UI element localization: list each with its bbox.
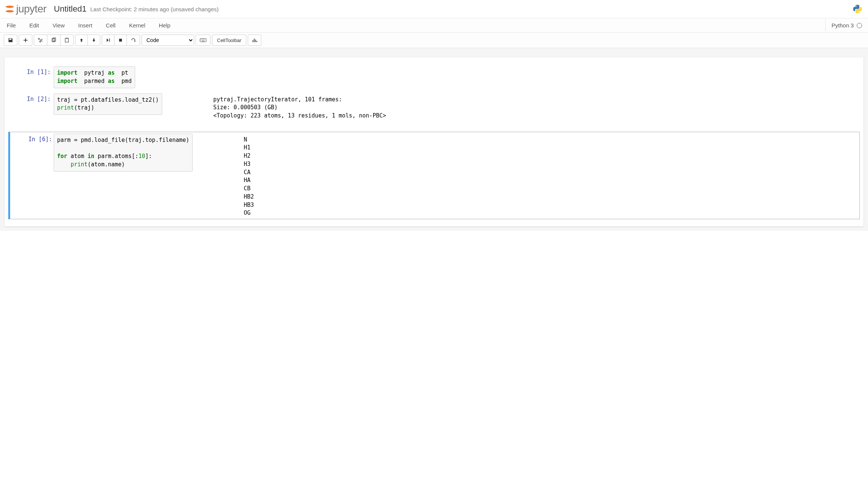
output-line: OG	[244, 209, 254, 217]
run-step-icon	[106, 38, 110, 42]
code-cell[interactable]: In [6]:parm = pmd.load_file(traj.top.fil…	[8, 132, 860, 220]
output-line: pytraj.TrajectoryIterator, 101 frames:	[213, 96, 386, 104]
menu-file[interactable]: File	[0, 18, 23, 32]
menu-help[interactable]: Help	[152, 18, 177, 32]
stop-icon	[118, 38, 123, 42]
output-line: Size: 0.000503 (GB)	[213, 104, 386, 112]
insert-cell-button[interactable]	[19, 35, 32, 46]
bar-chart-icon	[252, 38, 257, 43]
jupyter-logo-icon	[6, 5, 14, 13]
code-line: traj = pt.datafiles.load_tz2()	[57, 96, 159, 104]
menu-list: FileEditViewInsertCellKernelHelp	[0, 18, 177, 32]
toolbar: CodeMarkdownRaw NBConvertHeading CellToo…	[0, 33, 868, 48]
notebook-name[interactable]: Untitled1	[54, 4, 87, 14]
code-line: parm = pmd.load_file(traj.top.filename)	[57, 136, 189, 145]
input-area[interactable]: traj = pt.datafiles.load_tz2()print(traj…	[54, 93, 162, 115]
output-line: HB2	[244, 193, 254, 201]
output-prompt: .	[196, 134, 241, 218]
checkpoint-status: Last Checkpoint: 2 minutes ago (unsaved …	[90, 6, 219, 12]
output-line	[213, 120, 386, 128]
kernel-indicator: Python 3	[825, 19, 868, 32]
output-prompt: .	[165, 93, 210, 128]
menu-edit[interactable]: Edit	[23, 18, 46, 32]
output-line: HB3	[244, 201, 254, 209]
interrupt-button[interactable]	[114, 35, 127, 46]
cell-toolbar-button[interactable]: CellToolbar	[212, 35, 246, 46]
floppy-disk-icon	[8, 38, 13, 43]
jupyter-logo[interactable]: jupyter	[6, 3, 47, 15]
input-area[interactable]: import pytraj as ptimport parmed as pmd	[54, 66, 135, 88]
menu-view[interactable]: View	[46, 18, 71, 32]
save-button[interactable]	[4, 35, 17, 46]
command-palette-button[interactable]	[196, 35, 211, 46]
output-line: <Topology: 223 atoms, 13 residues, 1 mol…	[213, 112, 386, 120]
code-line: print(atom.name)	[57, 161, 189, 169]
run-cell-button[interactable]	[102, 35, 115, 46]
code-line: print(traj)	[57, 104, 159, 112]
scissors-icon	[38, 38, 43, 43]
code-line: for atom in parm.atoms[:10]:	[57, 152, 189, 161]
copy-button[interactable]	[47, 35, 60, 46]
refresh-icon	[131, 38, 136, 43]
code-line: import pytraj as pt	[57, 69, 132, 77]
code-line: import parmed as pmd	[57, 77, 132, 86]
svg-rect-4	[119, 39, 122, 42]
menu-kernel[interactable]: Kernel	[122, 18, 152, 32]
move-up-button[interactable]	[75, 35, 88, 46]
arrow-up-icon	[79, 38, 84, 42]
cell-type-select[interactable]: CodeMarkdownRaw NBConvertHeading	[142, 35, 194, 46]
output-line: H2	[244, 152, 254, 160]
arrow-down-icon	[92, 38, 96, 42]
move-down-button[interactable]	[87, 35, 100, 46]
output-line: H3	[244, 160, 254, 169]
menu-cell[interactable]: Cell	[99, 18, 122, 32]
notebook-header: jupyter Untitled1 Last Checkpoint: 2 min…	[0, 0, 868, 18]
code-line	[57, 144, 189, 152]
copy-icon	[51, 38, 56, 43]
output-line: H1	[244, 144, 254, 152]
python-logo-icon	[853, 4, 862, 14]
notebook-cells: In [1]:import pytraj as ptimport parmed …	[5, 57, 863, 226]
input-prompt: In [1]:	[9, 66, 54, 88]
svg-rect-2	[65, 38, 69, 42]
notebook-container: In [1]:import pytraj as ptimport parmed …	[0, 48, 868, 231]
svg-rect-3	[66, 38, 68, 39]
code-cell[interactable]: In [1]:import pytraj as ptimport parmed …	[8, 65, 860, 90]
output-line: N	[244, 136, 254, 144]
input-prompt: In [6]:	[10, 134, 55, 218]
kernel-status-idle-icon	[857, 23, 862, 28]
cell-toolbar-label: CellToolbar	[217, 38, 241, 43]
paste-button[interactable]	[60, 35, 74, 46]
output-area: pytraj.TrajectoryIterator, 101 frames: S…	[210, 93, 389, 128]
cut-button[interactable]	[34, 35, 47, 46]
clipboard-icon	[64, 38, 69, 43]
restart-button[interactable]	[127, 35, 140, 46]
toggle-chart-button[interactable]	[248, 35, 261, 46]
input-prompt: In [2]:	[9, 93, 54, 128]
menu-insert[interactable]: Insert	[71, 18, 99, 32]
output-area: NH1H2H3CAHACBHB2HB3OG	[241, 134, 257, 218]
output-line: CB	[244, 185, 254, 193]
output-line: CA	[244, 169, 254, 177]
keyboard-icon	[200, 38, 206, 42]
menubar: FileEditViewInsertCellKernelHelp Python …	[0, 18, 868, 33]
code-cell[interactable]: In [2]:traj = pt.datafiles.load_tz2()pri…	[8, 92, 860, 130]
jupyter-brand-text: jupyter	[16, 3, 47, 15]
output-line: HA	[244, 176, 254, 185]
kernel-name: Python 3	[832, 22, 854, 29]
plus-icon	[23, 38, 28, 43]
input-area[interactable]: parm = pmd.load_file(traj.top.filename) …	[54, 134, 193, 172]
